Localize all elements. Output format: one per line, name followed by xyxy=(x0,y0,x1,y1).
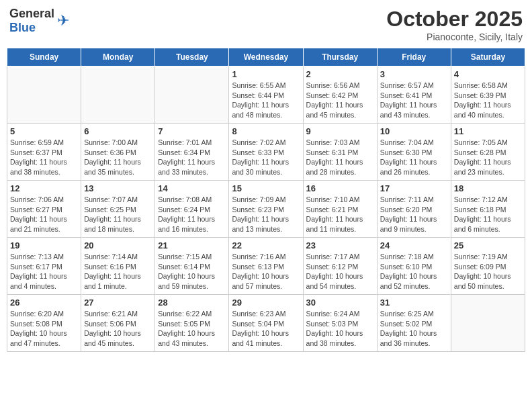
day-number: 9 xyxy=(306,126,374,136)
day-info: Sunrise: 7:00 AM Sunset: 6:36 PM Dayligh… xyxy=(84,138,152,177)
day-info: Sunrise: 7:12 AM Sunset: 6:18 PM Dayligh… xyxy=(454,195,522,234)
day-number: 8 xyxy=(232,126,300,136)
day-info: Sunrise: 6:24 AM Sunset: 5:03 PM Dayligh… xyxy=(306,309,374,349)
day-header-wednesday: Wednesday xyxy=(229,48,303,66)
day-number: 10 xyxy=(380,126,448,136)
day-info: Sunrise: 6:59 AM Sunset: 6:37 PM Dayligh… xyxy=(10,138,78,177)
day-number: 27 xyxy=(84,298,152,308)
calendar-cell: 30Sunrise: 6:24 AM Sunset: 5:03 PM Dayli… xyxy=(303,295,377,352)
calendar-cell: 24Sunrise: 7:18 AM Sunset: 6:10 PM Dayli… xyxy=(377,238,451,295)
calendar-table: SundayMondayTuesdayWednesdayThursdayFrid… xyxy=(7,48,525,352)
day-number: 29 xyxy=(232,298,300,308)
calendar-cell: 16Sunrise: 7:10 AM Sunset: 6:21 PM Dayli… xyxy=(303,181,377,238)
calendar-cell: 8Sunrise: 7:02 AM Sunset: 6:33 PM Daylig… xyxy=(229,124,303,181)
calendar-cell: 9Sunrise: 7:03 AM Sunset: 6:31 PM Daylig… xyxy=(303,124,377,181)
calendar-cell: 20Sunrise: 7:14 AM Sunset: 6:16 PM Dayli… xyxy=(81,238,155,295)
day-number: 23 xyxy=(306,240,374,250)
calendar-cell: 19Sunrise: 7:13 AM Sunset: 6:17 PM Dayli… xyxy=(7,238,81,295)
day-number: 3 xyxy=(380,69,448,79)
calendar-cell: 4Sunrise: 6:58 AM Sunset: 6:39 PM Daylig… xyxy=(451,66,525,124)
day-info: Sunrise: 7:04 AM Sunset: 6:30 PM Dayligh… xyxy=(380,138,448,177)
day-header-monday: Monday xyxy=(81,48,155,66)
day-info: Sunrise: 6:57 AM Sunset: 6:41 PM Dayligh… xyxy=(380,81,448,120)
day-info: Sunrise: 6:20 AM Sunset: 5:08 PM Dayligh… xyxy=(10,309,78,349)
day-info: Sunrise: 7:14 AM Sunset: 6:16 PM Dayligh… xyxy=(84,252,152,291)
day-number: 12 xyxy=(10,183,78,193)
calendar-cell: 12Sunrise: 7:06 AM Sunset: 6:27 PM Dayli… xyxy=(7,181,81,238)
day-number: 11 xyxy=(454,126,522,136)
calendar-cell: 23Sunrise: 7:17 AM Sunset: 6:12 PM Dayli… xyxy=(303,238,377,295)
day-number: 13 xyxy=(84,183,152,193)
calendar-cell: 7Sunrise: 7:01 AM Sunset: 6:34 PM Daylig… xyxy=(155,124,229,181)
calendar-cell: 1Sunrise: 6:55 AM Sunset: 6:44 PM Daylig… xyxy=(229,66,303,124)
week-row-4: 19Sunrise: 7:13 AM Sunset: 6:17 PM Dayli… xyxy=(7,238,525,295)
day-info: Sunrise: 7:08 AM Sunset: 6:24 PM Dayligh… xyxy=(158,195,226,234)
day-number: 31 xyxy=(380,298,448,308)
week-row-3: 12Sunrise: 7:06 AM Sunset: 6:27 PM Dayli… xyxy=(7,181,525,238)
day-info: Sunrise: 6:55 AM Sunset: 6:44 PM Dayligh… xyxy=(232,81,300,120)
logo-blue-text: Blue xyxy=(9,21,36,34)
day-number: 25 xyxy=(454,240,522,250)
day-info: Sunrise: 7:01 AM Sunset: 6:34 PM Dayligh… xyxy=(158,138,226,177)
day-number: 19 xyxy=(10,240,78,250)
day-info: Sunrise: 7:02 AM Sunset: 6:33 PM Dayligh… xyxy=(232,138,300,177)
week-row-2: 5Sunrise: 6:59 AM Sunset: 6:37 PM Daylig… xyxy=(7,124,525,181)
week-row-5: 26Sunrise: 6:20 AM Sunset: 5:08 PM Dayli… xyxy=(7,295,525,352)
calendar-cell: 29Sunrise: 6:23 AM Sunset: 5:04 PM Dayli… xyxy=(229,295,303,352)
logo-general-text: General xyxy=(9,7,54,20)
calendar-cell: 3Sunrise: 6:57 AM Sunset: 6:41 PM Daylig… xyxy=(377,66,451,124)
day-info: Sunrise: 6:56 AM Sunset: 6:42 PM Dayligh… xyxy=(306,81,374,120)
calendar-cell: 21Sunrise: 7:15 AM Sunset: 6:14 PM Dayli… xyxy=(155,238,229,295)
day-number: 22 xyxy=(232,240,300,250)
day-info: Sunrise: 6:58 AM Sunset: 6:39 PM Dayligh… xyxy=(454,81,522,120)
day-info: Sunrise: 7:09 AM Sunset: 6:23 PM Dayligh… xyxy=(232,195,300,234)
calendar-cell: 22Sunrise: 7:16 AM Sunset: 6:13 PM Dayli… xyxy=(229,238,303,295)
day-number: 5 xyxy=(10,126,78,136)
day-header-saturday: Saturday xyxy=(451,48,525,66)
day-number: 1 xyxy=(232,69,300,79)
calendar-cell xyxy=(7,66,81,124)
calendar-cell: 5Sunrise: 6:59 AM Sunset: 6:37 PM Daylig… xyxy=(7,124,81,181)
calendar-cell xyxy=(81,66,155,124)
month-title: October 2025 xyxy=(386,7,523,32)
day-info: Sunrise: 7:13 AM Sunset: 6:17 PM Dayligh… xyxy=(10,252,78,291)
day-header-thursday: Thursday xyxy=(303,48,377,66)
calendar-cell: 10Sunrise: 7:04 AM Sunset: 6:30 PM Dayli… xyxy=(377,124,451,181)
day-number: 24 xyxy=(380,240,448,250)
day-number: 15 xyxy=(232,183,300,193)
week-row-1: 1Sunrise: 6:55 AM Sunset: 6:44 PM Daylig… xyxy=(7,66,525,124)
calendar-cell: 11Sunrise: 7:05 AM Sunset: 6:28 PM Dayli… xyxy=(451,124,525,181)
calendar-cell: 26Sunrise: 6:20 AM Sunset: 5:08 PM Dayli… xyxy=(7,295,81,352)
day-number: 7 xyxy=(158,126,226,136)
day-info: Sunrise: 6:23 AM Sunset: 5:04 PM Dayligh… xyxy=(232,309,300,349)
day-info: Sunrise: 7:05 AM Sunset: 6:28 PM Dayligh… xyxy=(454,138,522,177)
page-header: General Blue ✈ October 2025 Pianoconte, … xyxy=(7,7,525,42)
title-area: October 2025 Pianoconte, Sicily, Italy xyxy=(386,7,523,42)
location-subtitle: Pianoconte, Sicily, Italy xyxy=(386,32,523,42)
day-info: Sunrise: 7:03 AM Sunset: 6:31 PM Dayligh… xyxy=(306,138,374,177)
day-header-tuesday: Tuesday xyxy=(155,48,229,66)
calendar-cell: 18Sunrise: 7:12 AM Sunset: 6:18 PM Dayli… xyxy=(451,181,525,238)
calendar-cell: 2Sunrise: 6:56 AM Sunset: 6:42 PM Daylig… xyxy=(303,66,377,124)
calendar-cell xyxy=(451,295,525,352)
day-number: 28 xyxy=(158,298,226,308)
calendar-cell: 28Sunrise: 6:22 AM Sunset: 5:05 PM Dayli… xyxy=(155,295,229,352)
day-number: 20 xyxy=(84,240,152,250)
day-info: Sunrise: 7:06 AM Sunset: 6:27 PM Dayligh… xyxy=(10,195,78,234)
day-header-friday: Friday xyxy=(377,48,451,66)
day-number: 18 xyxy=(454,183,522,193)
day-number: 16 xyxy=(306,183,374,193)
day-number: 6 xyxy=(84,126,152,136)
day-info: Sunrise: 6:21 AM Sunset: 5:06 PM Dayligh… xyxy=(84,309,152,349)
day-number: 14 xyxy=(158,183,226,193)
day-number: 4 xyxy=(454,69,522,79)
day-info: Sunrise: 7:18 AM Sunset: 6:10 PM Dayligh… xyxy=(380,252,448,291)
calendar-cell: 31Sunrise: 6:25 AM Sunset: 5:02 PM Dayli… xyxy=(377,295,451,352)
day-info: Sunrise: 7:16 AM Sunset: 6:13 PM Dayligh… xyxy=(232,252,300,291)
logo-bird-icon: ✈ xyxy=(57,12,69,30)
calendar-cell: 14Sunrise: 7:08 AM Sunset: 6:24 PM Dayli… xyxy=(155,181,229,238)
day-number: 17 xyxy=(380,183,448,193)
day-info: Sunrise: 6:25 AM Sunset: 5:02 PM Dayligh… xyxy=(380,309,448,349)
day-number: 2 xyxy=(306,69,374,79)
calendar-cell: 13Sunrise: 7:07 AM Sunset: 6:25 PM Dayli… xyxy=(81,181,155,238)
